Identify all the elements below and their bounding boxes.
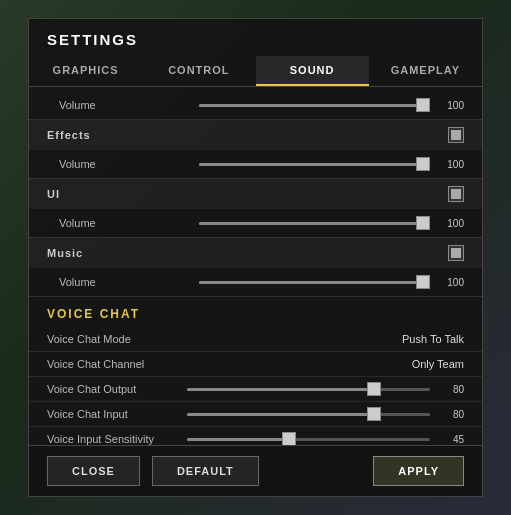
ui-volume-label: Volume — [59, 217, 199, 229]
default-button[interactable]: DEFAULT — [152, 456, 259, 486]
voice-chat-channel-label: Voice Chat Channel — [47, 358, 187, 370]
voice-input-sensitivity-label: Voice Input Sensitivity — [47, 433, 187, 445]
voice-input-sensitivity-slider[interactable]: 45 — [187, 434, 464, 445]
music-label: Music — [47, 247, 83, 259]
voice-chat-input-slider[interactable]: 80 — [187, 409, 464, 420]
effects-volume-fill — [199, 163, 430, 166]
voice-chat-input-thumb[interactable] — [367, 407, 381, 421]
master-volume-slider[interactable]: 100 — [199, 100, 464, 111]
ui-volume-row: Volume 100 — [29, 209, 482, 237]
voice-input-sensitivity-fill — [187, 438, 296, 441]
tab-sound[interactable]: SOUND — [256, 56, 369, 86]
tab-bar: GRAPHICS CONTROL SOUND GAMEPLAY — [29, 56, 482, 87]
music-volume-track — [199, 281, 430, 284]
music-volume-label: Volume — [59, 276, 199, 288]
master-volume-label: Volume — [59, 99, 199, 111]
ui-volume-thumb[interactable] — [416, 216, 430, 230]
voice-chat-input-fill — [187, 413, 381, 416]
voice-input-sensitivity-row: Voice Input Sensitivity 45 — [29, 427, 482, 445]
settings-panel: SETTINGS GRAPHICS CONTROL SOUND GAMEPLAY… — [28, 18, 483, 497]
effects-volume-label: Volume — [59, 158, 199, 170]
effects-volume-value: 100 — [436, 159, 464, 170]
music-volume-row: Volume 100 — [29, 268, 482, 296]
master-volume-value: 100 — [436, 100, 464, 111]
music-volume-value: 100 — [436, 277, 464, 288]
content-area: Volume 100 Effects Volume 100 — [29, 87, 482, 445]
ui-volume-fill — [199, 222, 430, 225]
voice-chat-output-fill — [187, 388, 381, 391]
effects-label: Effects — [47, 129, 91, 141]
effects-section-header: Effects — [29, 120, 482, 150]
ui-volume-slider[interactable]: 100 — [199, 218, 464, 229]
ui-label: UI — [47, 188, 60, 200]
effects-volume-row: Volume 100 — [29, 150, 482, 178]
music-volume-fill — [199, 281, 430, 284]
voice-input-sensitivity-track — [187, 438, 430, 441]
master-volume-thumb[interactable] — [416, 98, 430, 112]
voice-input-sensitivity-value: 45 — [436, 434, 464, 445]
tab-control[interactable]: CONTROL — [142, 56, 255, 86]
effects-volume-track — [199, 163, 430, 166]
voice-chat-mode-value[interactable]: Push To Talk — [402, 333, 464, 345]
close-button[interactable]: CLOSE — [47, 456, 140, 486]
voice-chat-channel-row: Voice Chat Channel Only Team — [29, 352, 482, 377]
bottom-bar: CLOSE DEFAULT APPLY — [29, 445, 482, 496]
tab-gameplay[interactable]: GAMEPLAY — [369, 56, 482, 86]
effects-checkbox[interactable] — [448, 127, 464, 143]
ui-section-header: UI — [29, 179, 482, 209]
voice-chat-input-value: 80 — [436, 409, 464, 420]
voice-chat-output-row: Voice Chat Output 80 — [29, 377, 482, 402]
tab-graphics[interactable]: GRAPHICS — [29, 56, 142, 86]
voice-chat-mode-row: Voice Chat Mode Push To Talk — [29, 327, 482, 352]
voice-chat-output-track — [187, 388, 430, 391]
voice-chat-output-value: 80 — [436, 384, 464, 395]
ui-volume-track — [199, 222, 430, 225]
ui-checkbox[interactable] — [448, 186, 464, 202]
effects-volume-slider[interactable]: 100 — [199, 159, 464, 170]
music-volume-slider[interactable]: 100 — [199, 277, 464, 288]
music-volume-thumb[interactable] — [416, 275, 430, 289]
voice-chat-title: VOICE CHAT — [29, 297, 482, 327]
voice-chat-input-row: Voice Chat Input 80 — [29, 402, 482, 427]
effects-volume-thumb[interactable] — [416, 157, 430, 171]
voice-chat-channel-value[interactable]: Only Team — [412, 358, 464, 370]
panel-title: SETTINGS — [29, 19, 482, 56]
master-volume-track — [199, 104, 430, 107]
voice-chat-input-track — [187, 413, 430, 416]
music-section-header: Music — [29, 238, 482, 268]
apply-button[interactable]: APPLY — [373, 456, 464, 486]
music-checkbox[interactable] — [448, 245, 464, 261]
voice-chat-output-thumb[interactable] — [367, 382, 381, 396]
master-volume-fill — [199, 104, 430, 107]
master-volume-row: Volume 100 — [29, 91, 482, 119]
ui-volume-value: 100 — [436, 218, 464, 229]
voice-input-sensitivity-thumb[interactable] — [282, 432, 296, 445]
voice-chat-mode-label: Voice Chat Mode — [47, 333, 187, 345]
voice-chat-input-label: Voice Chat Input — [47, 408, 187, 420]
voice-chat-output-label: Voice Chat Output — [47, 383, 187, 395]
voice-chat-output-slider[interactable]: 80 — [187, 384, 464, 395]
